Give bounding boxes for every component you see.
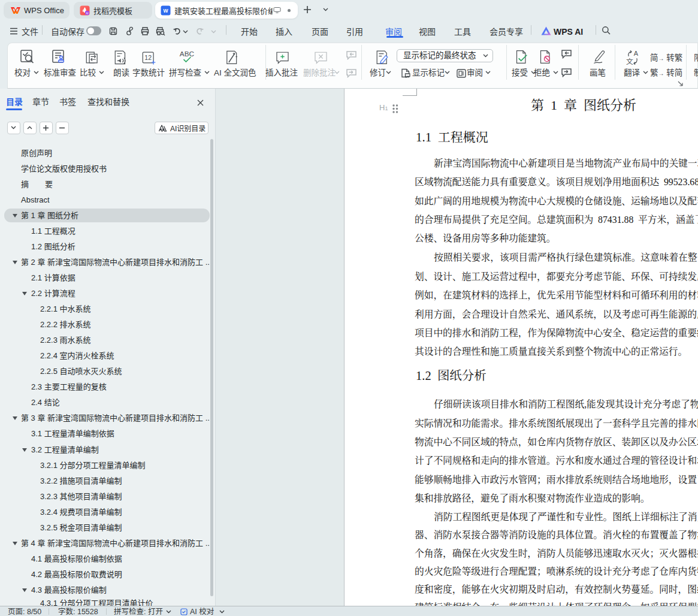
svg-text:文: 文: [626, 58, 633, 66]
svg-text:AI: AI: [86, 11, 88, 14]
svg-text:W: W: [163, 8, 168, 14]
svg-text:12: 12: [144, 54, 152, 61]
svg-text:ABC: ABC: [180, 50, 195, 58]
svg-text:A: A: [634, 50, 639, 57]
